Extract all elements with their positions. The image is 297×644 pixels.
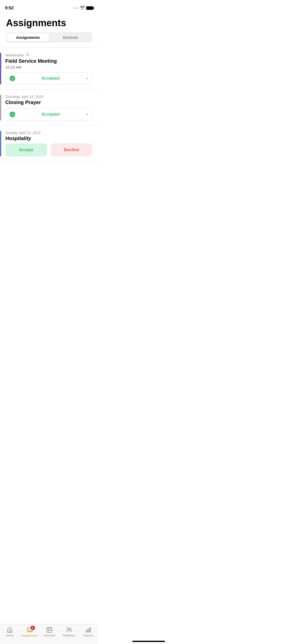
assignment-title-1: Field Service Meeting [5,58,92,64]
assignment-date-1: Wednesday [5,53,92,57]
assignment-bar-3 [0,131,1,156]
page-title: Assignments [0,13,98,33]
assignment-bar-2 [0,95,1,120]
assignment-time-1: 10:15 AM [5,65,92,69]
wifi-icon [80,6,85,10]
tab-declined[interactable]: Declined [49,33,91,42]
segmented-control[interactable]: Assignments Declined [6,33,92,42]
tab-assignments[interactable]: Assignments [7,33,49,42]
assignment-item-3: Sunday, April 23, 2023 Hospitality Accep… [0,126,98,162]
assignment-title-2: Closing Prayer [5,100,92,105]
divider-4 [0,162,98,162]
status-time: 9:52 [5,6,14,11]
assignment-item-1: Wednesday Field Service Meeting 10:15 AM… [0,48,98,89]
status-dropdown-2[interactable]: Accepted ▾ [5,108,92,120]
assignment-content-2: Thursday, April 13, 2023 Closing Prayer … [5,95,92,120]
assignment-content-3: Sunday, April 23, 2023 Hospitality Accep… [5,131,92,156]
assignment-date-3: Sunday, April 23, 2023 [5,131,92,135]
status-label-1: Accepted [17,76,84,81]
chevron-down-icon-1: ▾ [86,76,88,80]
assignment-item-2: Thursday, April 13, 2023 Closing Prayer … [0,90,98,125]
accept-button[interactable]: Accept [5,143,47,156]
status-dropdown-1[interactable]: Accepted ▾ [5,72,92,84]
signal-icon [73,8,79,9]
action-buttons-3: Accept Decline [5,143,92,156]
recur-icon-1 [25,53,29,57]
assignment-content-1: Wednesday Field Service Meeting 10:15 AM… [5,53,92,84]
decline-button[interactable]: Decline [51,143,92,156]
chevron-down-icon-2: ▾ [86,112,88,116]
battery-icon [86,6,93,10]
assignment-bar-1 [0,53,1,84]
assignment-date-2: Thursday, April 13, 2023 [5,95,92,99]
assignments-list: Wednesday Field Service Meeting 10:15 AM… [0,48,98,162]
assignment-title-3: Hospitality [5,136,92,141]
main-content: Assignments Assignments Declined Wednesd… [0,13,98,187]
status-bar: 9:52 [0,0,98,13]
check-icon-2 [10,112,15,117]
check-icon-1 [10,76,15,81]
status-icons [73,6,93,10]
status-label-2: Accepted [17,112,84,117]
